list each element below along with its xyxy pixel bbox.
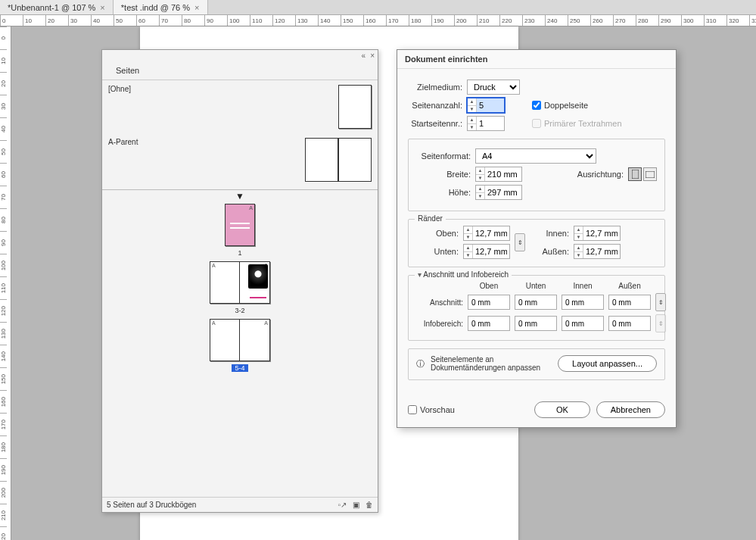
spin-up-icon[interactable]: ▲ [476,167,484,175]
adjust-text: Seitenelemente an Dokumentänderungen anp… [431,355,552,372]
master-indicator: A [212,320,216,326]
tab-doc-2[interactable]: *test .indd @ 76 % × [114,0,208,14]
ok-button[interactable]: OK [534,401,590,418]
info-icon: ⓘ [416,358,425,370]
slug-bottom-input[interactable] [515,316,557,331]
preview-check[interactable] [408,405,417,414]
master-none-thumb[interactable] [338,85,372,129]
margins-section: Ränder Oben: ▲▼ ⇕ Innen: ▲▼ Unten: ▲▼ Au… [408,219,665,267]
bleed-title[interactable]: Anschnitt und Infobereich [415,270,512,279]
page-number: 1 [238,249,241,257]
spin-up-icon[interactable]: ▲ [468,117,476,124]
bleed-top-input[interactable] [468,295,510,310]
pages-panel: « × Seiten [Ohne] A-Parent ▼ A 1 [101,49,378,513]
page-1-thumb[interactable]: A [225,204,255,246]
start-label: Startseitennr.: [408,119,462,128]
primary-label: Primärer Textrahmen [544,119,622,128]
start-input[interactable]: ▲▼ [467,116,505,131]
close-icon[interactable]: × [100,3,104,12]
margin-inside-input[interactable]: ▲▼ [574,226,621,241]
section-start-arrow-icon: ▼ [102,193,378,199]
margin-bottom-input[interactable]: ▲▼ [463,244,510,259]
height-input[interactable]: ▲▼ [475,185,522,200]
height-field[interactable] [485,186,521,199]
facing-check[interactable] [532,101,541,110]
bleed-section: Anschnitt und Infobereich Oben Unten Inn… [408,275,665,341]
margin-top-input[interactable]: ▲▼ [463,226,510,241]
col-top: Oben [468,282,510,290]
margin-top-label: Oben: [416,229,459,238]
ruler-horizontal[interactable]: 0102030405060708090100110120130140150160… [0,15,756,27]
intent-select[interactable]: Druck [467,80,520,95]
start-field[interactable] [477,117,504,130]
orient-landscape-button[interactable] [643,167,657,181]
close-icon[interactable]: × [370,52,375,60]
link-slug-icon[interactable]: ⇕ [655,314,666,332]
trash-icon[interactable]: 🗑 [366,501,373,509]
new-page-icon[interactable]: ▣ [353,501,359,509]
tab-label: *Unbenannt-1 @ 107 % [8,3,95,12]
orient-label: Ausrichtung: [577,170,624,179]
svg-rect-1 [646,171,655,178]
document-setup-dialog: Dokument einrichten Zielmedium: Druck Se… [397,49,677,428]
master-parent-thumb[interactable] [305,138,372,182]
edit-page-size-icon[interactable]: ▫↗ [338,501,347,509]
format-label: Seitenformat: [416,151,471,161]
intent-label: Zielmedium: [408,83,462,92]
master-indicator: A [212,263,216,268]
pages-input[interactable]: ▲▼ [467,98,505,113]
format-select[interactable]: A4 [475,148,596,164]
spread-3[interactable]: A A 5-4 [102,319,378,372]
slug-top-input[interactable] [468,316,510,331]
link-bleed-icon[interactable]: ⇕ [655,293,666,311]
page-4-thumb[interactable]: A [210,319,240,361]
page-5-thumb[interactable]: A [240,319,270,361]
dialog-title: Dokument einrichten [397,50,676,69]
col-outside: Außen [608,282,651,290]
facing-pages-checkbox[interactable]: Doppelseite [532,101,588,110]
spin-down-icon[interactable]: ▼ [468,124,476,131]
close-icon[interactable]: × [194,3,199,12]
margins-title: Ränder [415,214,446,223]
preview-checkbox[interactable]: Vorschau [408,405,455,414]
adjust-layout-button[interactable]: Layout anpassen... [558,355,657,372]
spin-up-icon[interactable]: ▲ [468,98,476,106]
spin-up-icon[interactable]: ▲ [476,186,484,193]
margin-outside-input[interactable]: ▲▼ [574,244,621,259]
bleed-bottom-input[interactable] [515,295,557,310]
master-none-row[interactable]: [Ohne] [102,80,378,133]
svg-rect-0 [632,170,639,179]
slug-outside-input[interactable] [608,316,651,331]
orient-portrait-button[interactable] [628,167,642,181]
panel-body[interactable]: [Ohne] A-Parent ▼ A 1 A A [102,80,378,497]
document-tabs: *Unbenannt-1 @ 107 % × *test .indd @ 76 … [0,0,756,15]
panel-header: « × [102,50,378,61]
spin-down-icon[interactable]: ▼ [476,175,484,182]
spin-down-icon[interactable]: ▼ [476,193,484,200]
margin-inside-label: Innen: [530,229,569,238]
bleed-label: Anschnitt: [416,298,463,307]
dialog-footer: Vorschau OK Abbrechen [397,395,676,427]
ruler-vertical[interactable]: 0102030405060708090100110120130140150160… [0,27,11,540]
bleed-outside-input[interactable] [608,295,651,310]
master-parent-row[interactable]: A-Parent [102,133,378,186]
link-margins-icon[interactable]: ⇕ [515,233,525,251]
pages-label: Seitenanzahl: [408,101,462,110]
facing-label: Doppelseite [544,101,588,110]
tab-doc-1[interactable]: *Unbenannt-1 @ 107 % × [0,0,114,14]
spin-down-icon[interactable]: ▼ [468,106,476,113]
bleed-inside-input[interactable] [562,295,604,310]
width-field[interactable] [485,167,521,181]
panel-menu-icon[interactable]: « [362,52,366,60]
pages-field[interactable] [477,98,504,112]
page-2-thumb[interactable]: A [210,261,240,304]
page-3-thumb[interactable]: A [240,261,270,304]
divider [102,189,378,190]
master-none-label: [Ohne] [108,85,131,93]
spread-1[interactable]: A 1 [102,204,378,257]
slug-inside-input[interactable] [562,316,604,331]
spread-2[interactable]: A A 3-2 [102,261,378,314]
width-input[interactable]: ▲▼ [475,167,522,182]
panel-title[interactable]: Seiten [110,64,145,76]
cancel-button[interactable]: Abbrechen [596,401,665,418]
